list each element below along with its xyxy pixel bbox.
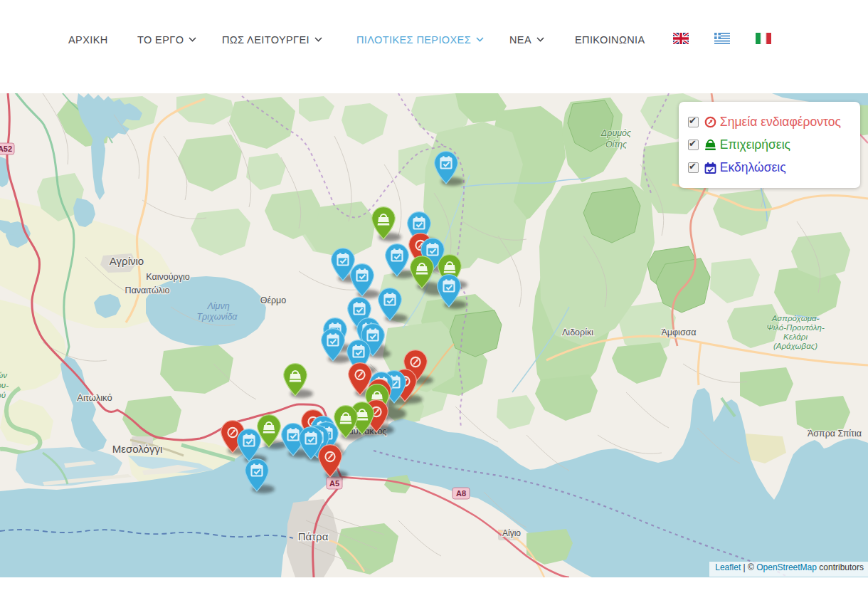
- svg-text:Άσπρα Σπίτια: Άσπρα Σπίτια: [808, 429, 862, 439]
- svg-text:Θέρμο: Θέρμο: [260, 295, 287, 305]
- svg-text:Οίτης: Οίτης: [605, 140, 628, 150]
- svg-text:Αγρίνιο: Αγρίνιο: [110, 255, 144, 267]
- svg-text:ού: ού: [0, 391, 6, 399]
- svg-text:Λιδορίκι: Λιδορίκι: [562, 327, 593, 337]
- svg-text:Τριχωνίδα: Τριχωνίδα: [196, 312, 238, 322]
- svg-text:Ασπρόχωμα-: Ασπρόχωμα-: [771, 314, 820, 322]
- svg-text:Αίγιο: Αίγιο: [502, 528, 521, 538]
- svg-text:Δρυμός: Δρυμός: [600, 128, 632, 138]
- svg-text:A8: A8: [456, 489, 466, 498]
- svg-text:ασών: ασών: [0, 371, 7, 379]
- svg-text:Μεσολόγγι: Μεσολόγγι: [112, 443, 162, 455]
- svg-text:A52: A52: [0, 145, 12, 153]
- svg-text:Αιτωλικό: Αιτωλικό: [77, 392, 112, 403]
- svg-text:Καινούργιο: Καινούργιο: [146, 272, 189, 282]
- svg-text:Κελάρι: Κελάρι: [783, 332, 808, 341]
- svg-text:A5: A5: [329, 479, 339, 488]
- svg-text:Λίμνη: Λίμνη: [206, 301, 229, 311]
- svg-text:Ψιλό-Προντόλη-: Ψιλό-Προντόλη-: [766, 323, 825, 332]
- svg-text:ρίου-: ρίου-: [0, 381, 9, 389]
- svg-text:Πάτρα: Πάτρα: [298, 530, 329, 542]
- svg-text:Παναιτώλιο: Παναιτώλιο: [125, 285, 170, 295]
- svg-text:Άμφισσα: Άμφισσα: [661, 327, 696, 337]
- svg-text:(Αράχωβας): (Αράχωβας): [773, 342, 817, 350]
